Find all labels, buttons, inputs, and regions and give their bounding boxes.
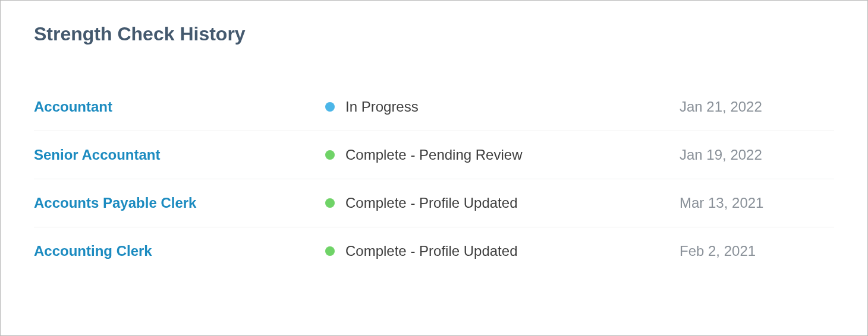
role-cell: Senior Accountant — [34, 147, 325, 163]
role-link-accounts-payable-clerk[interactable]: Accounts Payable Clerk — [34, 195, 196, 211]
history-row: Accountant In Progress Jan 21, 2022 — [34, 99, 834, 131]
date-cell: Mar 13, 2021 — [680, 195, 834, 211]
status-dot-icon — [325, 102, 335, 112]
role-cell: Accounts Payable Clerk — [34, 195, 325, 211]
history-list: Accountant In Progress Jan 21, 2022 Seni… — [34, 99, 834, 275]
status-cell: Complete - Profile Updated — [325, 243, 680, 259]
status-text: Complete - Profile Updated — [345, 243, 517, 259]
history-row: Accounts Payable Clerk Complete - Profil… — [34, 179, 834, 227]
status-cell: Complete - Profile Updated — [325, 195, 680, 211]
status-dot-icon — [325, 246, 335, 256]
status-text: Complete - Profile Updated — [345, 195, 517, 211]
role-link-senior-accountant[interactable]: Senior Accountant — [34, 147, 160, 163]
history-row: Senior Accountant Complete - Pending Rev… — [34, 131, 834, 179]
status-text: Complete - Pending Review — [345, 147, 522, 163]
status-dot-icon — [325, 198, 335, 208]
date-cell: Jan 21, 2022 — [680, 99, 834, 115]
panel-title: Strength Check History — [34, 23, 834, 45]
strength-check-history-panel: Strength Check History Accountant In Pro… — [0, 0, 868, 336]
role-link-accounting-clerk[interactable]: Accounting Clerk — [34, 243, 152, 259]
role-cell: Accountant — [34, 99, 325, 115]
role-cell: Accounting Clerk — [34, 243, 325, 259]
status-dot-icon — [325, 150, 335, 160]
status-text: In Progress — [345, 99, 419, 115]
status-cell: Complete - Pending Review — [325, 147, 680, 163]
date-cell: Jan 19, 2022 — [680, 147, 834, 163]
status-cell: In Progress — [325, 99, 680, 115]
history-row: Accounting Clerk Complete - Profile Upda… — [34, 227, 834, 275]
date-cell: Feb 2, 2021 — [680, 243, 834, 259]
role-link-accountant[interactable]: Accountant — [34, 99, 112, 115]
